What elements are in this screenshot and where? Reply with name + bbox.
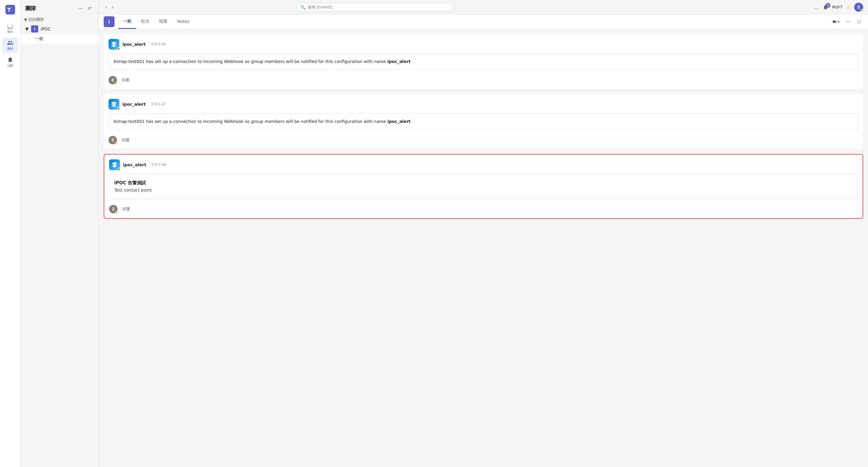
notification-badge: 2 (826, 3, 830, 8)
bot-avatar-3 (109, 159, 120, 170)
collapse-icon: ▼ (24, 18, 27, 22)
reply-avatar-2: Z (108, 136, 117, 144)
search-input[interactable] (297, 3, 453, 11)
highlighted-message-title: iPOC 告警測試 (114, 180, 852, 186)
avatar-initial: Z (857, 5, 860, 9)
message-time-3: 下午3:49 (151, 162, 166, 167)
svg-point-6 (848, 21, 849, 22)
reply-button-2[interactable]: 回覆 (119, 136, 132, 144)
team-group: ▼ 您的團隊 ▼ i iPOC 一般 (21, 14, 98, 44)
svg-point-5 (846, 21, 847, 22)
user-avatar[interactable]: Z (854, 3, 863, 12)
reply-online-dot-1 (115, 82, 117, 85)
message-bubble-2: bimap-test001 has set up a connection to… (108, 113, 858, 130)
forward-button[interactable]: › (110, 3, 115, 11)
message-group-1: ipoc_alert 下午3:45 bimap-test001 has set … (104, 34, 863, 89)
expand-button[interactable] (855, 18, 863, 26)
reply-button-1[interactable]: 回覆 (119, 76, 132, 84)
message-header-3: ipoc_alert 下午3:49 (109, 159, 858, 170)
reply-row-1: Z 回覆 (108, 73, 858, 84)
teams-logo: T (0, 2, 21, 17)
top-bar: ‹ › 🔍 ... 2 MSFT ⚠ Z (99, 0, 868, 14)
reply-row-2: Z 回覆 (108, 133, 858, 144)
highlighted-message-box: iPOC 告警測試 Test contact point (109, 174, 858, 199)
notifications-button[interactable]: 2 (823, 4, 829, 10)
video-call-button[interactable]: ▾ (830, 18, 841, 26)
tab-files[interactable]: 檔案 (154, 14, 173, 29)
svg-point-4 (82, 8, 82, 9)
svg-text:T: T (7, 7, 11, 13)
org-label: MSFT (832, 5, 843, 9)
nav-chat-label: 聊天 (7, 30, 13, 34)
collapse-arrow-icon: ▼ (25, 27, 29, 31)
general-channel-name: 一般 (35, 36, 43, 41)
reply-button-3[interactable]: 回覆 (120, 205, 133, 213)
top-bar-right: ... 2 MSFT ⚠ Z (814, 3, 863, 12)
nav-activity[interactable]: 活動 (2, 54, 18, 70)
bot-online-dot-2 (117, 107, 120, 110)
reply-online-dot-3 (116, 211, 118, 214)
message-content-1: bimap-test001 has set up a connection to… (114, 59, 387, 64)
main-area: ‹ › 🔍 ... 2 MSFT ⚠ Z i 一般 (99, 0, 868, 467)
your-teams-label: 您的團隊 (28, 17, 44, 22)
bot-online-dot-1 (117, 47, 120, 50)
channel-tabs: 一般 貼文 檔案 Notes (118, 14, 830, 29)
message-bold-1: ipoc_alert (387, 59, 410, 64)
channel-icon[interactable]: i (104, 16, 115, 27)
sidebar-more-button[interactable] (77, 5, 84, 12)
tab-notes[interactable]: Notes (173, 14, 194, 29)
channel-header: i 一般 貼文 檔案 Notes ▾ (99, 14, 868, 29)
svg-point-2 (79, 8, 80, 9)
reply-avatar-1: Z (108, 76, 117, 84)
highlighted-message-body: Test contact point (114, 188, 852, 192)
general-channel[interactable]: 一般 (21, 34, 98, 43)
nav-chat[interactable]: 聊天 (2, 21, 18, 36)
message-sender-1: ipoc_alert (122, 42, 146, 47)
message-bubble-1: bimap-test001 has set up a connection to… (108, 53, 858, 70)
message-header-2: ipoc_alert 下午3:47 (108, 99, 858, 110)
channel-more-button[interactable] (844, 18, 852, 26)
sidebar-header-icons (77, 5, 94, 12)
message-content-2: bimap-test001 has set up a connection to… (114, 119, 387, 124)
tab-general[interactable]: 一般 (118, 14, 136, 29)
reply-avatar-3: Z (109, 205, 118, 213)
message-sender-2: ipoc_alert (122, 102, 146, 107)
sidebar-title: 團隊 (25, 5, 36, 12)
message-group-2: ipoc_alert 下午3:47 bimap-test001 has set … (104, 94, 863, 149)
chat-area: ipoc_alert 下午3:45 bimap-test001 has set … (99, 29, 868, 467)
reply-online-dot-2 (115, 142, 117, 145)
back-button[interactable]: ‹ (104, 3, 109, 11)
nav-teams-label: 團隊 (7, 47, 13, 51)
bot-avatar-1 (108, 39, 119, 50)
more-options-button[interactable]: ... (814, 4, 819, 10)
message-sender-3: ipoc_alert (123, 162, 146, 167)
sidebar: 團隊 ▼ 您的團隊 ▼ i iPOC 一般 (21, 0, 99, 467)
your-teams-header[interactable]: ▼ 您的團隊 (21, 15, 98, 24)
app-navigation: T 聊天 團隊 活動 (0, 0, 21, 467)
online-status-dot (861, 9, 863, 12)
sidebar-filter-button[interactable] (87, 5, 94, 12)
ipoc-team-icon: i (31, 25, 38, 33)
search-bar: 🔍 (297, 3, 453, 11)
message-header-1: ipoc_alert 下午3:45 (108, 39, 858, 50)
nav-activity-label: 活動 (7, 64, 13, 68)
message-time-2: 下午3:47 (150, 102, 166, 107)
bot-online-dot-3 (118, 168, 121, 171)
message-group-3: ipoc_alert 下午3:49 iPOC 告警測試 Test contact… (104, 154, 863, 219)
message-time-1: 下午3:45 (150, 42, 166, 47)
nav-teams[interactable]: 團隊 (2, 37, 18, 53)
sidebar-header: 團隊 (21, 0, 98, 14)
reply-row-3: Z 回覆 (109, 203, 858, 213)
tab-posts[interactable]: 貼文 (136, 14, 154, 29)
nav-arrows: ‹ › (104, 3, 116, 11)
message-bold-2: ipoc_alert (387, 119, 410, 124)
svg-point-3 (80, 8, 81, 9)
bot-avatar-2 (108, 99, 119, 110)
ipoc-team-name: iPOC (41, 27, 51, 31)
video-chevron-icon: ▾ (838, 20, 840, 24)
warning-icon: ⚠ (846, 4, 850, 10)
channel-header-right: ▾ (830, 18, 863, 26)
ipoc-team[interactable]: ▼ i iPOC (21, 24, 98, 34)
svg-point-7 (849, 21, 850, 22)
